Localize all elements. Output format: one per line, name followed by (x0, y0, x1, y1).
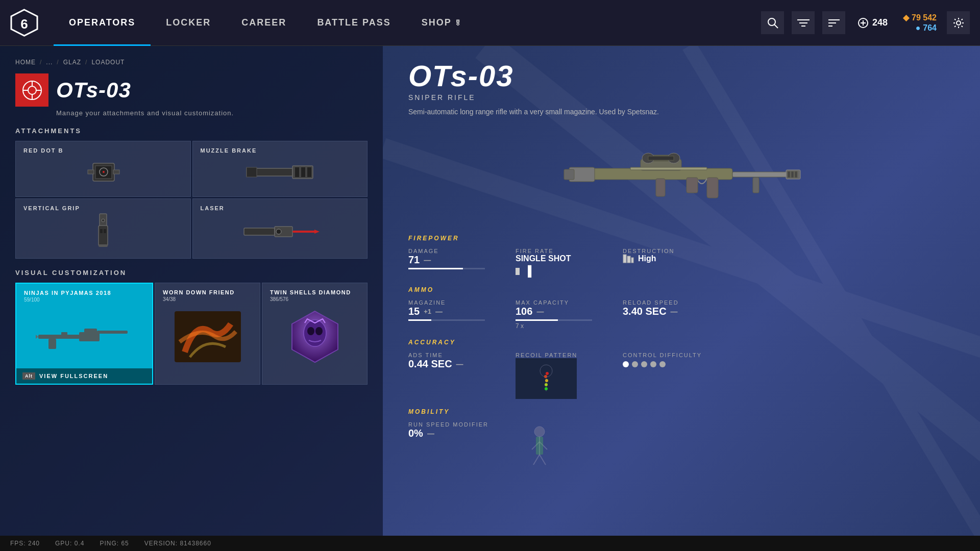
max-capacity-stat: MAX CAPACITY 106 — 7 x (516, 299, 592, 330)
svg-line-91 (540, 455, 546, 465)
svg-rect-63 (732, 172, 789, 177)
svg-rect-41 (292, 231, 315, 233)
nav-item-battlepass[interactable]: BATTLE PASS (302, 0, 406, 46)
search-button[interactable] (761, 11, 784, 34)
ads-stat: ADS TIME 0.44 SEC — (408, 352, 485, 399)
gpu-display: GPU: 0.4 (55, 540, 84, 547)
control-dot-1 (623, 361, 629, 367)
svg-rect-77 (631, 258, 633, 263)
svg-point-51 (304, 320, 326, 346)
mobility-figure-block (519, 421, 596, 475)
nav-item-locker[interactable]: LOCKER (151, 0, 226, 46)
filter-icon[interactable] (792, 11, 815, 34)
version-display: VERSION: 81438660 (144, 540, 211, 547)
svg-marker-42 (314, 230, 320, 234)
svg-rect-47 (48, 339, 56, 349)
magazine-stat: MAGAZINE 15 +1 — (408, 299, 485, 330)
svg-rect-28 (295, 167, 299, 177)
settings-button[interactable] (947, 11, 970, 34)
attachment-grip[interactable]: VERTICAL GRIP (15, 198, 191, 259)
svg-rect-73 (753, 178, 759, 193)
recoil-pattern (516, 358, 577, 399)
svg-rect-48 (61, 332, 67, 336)
svg-rect-37 (99, 244, 108, 247)
svg-rect-75 (623, 255, 626, 263)
svg-point-82 (545, 383, 548, 386)
svg-point-86 (534, 427, 545, 437)
blue-currency: ● 764 (916, 23, 937, 33)
damage-bar (408, 268, 485, 269)
svg-rect-24 (88, 170, 94, 174)
breadcrumb: HOME / ... / GLAZ / LOADOUT (15, 59, 368, 66)
svg-point-52 (307, 327, 314, 335)
weapon-icon (15, 73, 48, 107)
svg-point-85 (546, 372, 549, 375)
svg-rect-76 (627, 256, 630, 263)
firepower-row: DAMAGE 71 — FIRE RATE SINGLE SHOT (408, 248, 954, 277)
recoil-stat: RECOIL PATTERN (516, 352, 592, 399)
svg-line-3 (774, 24, 778, 28)
control-difficulty-dots (623, 361, 702, 367)
attachments-grid: RED DOT B MUZZLE BRAKE (15, 141, 368, 259)
view-fullscreen-bar[interactable]: Alt VIEW FULLSCREEN (16, 368, 152, 384)
gold-currency: ◆ 79 542 (903, 13, 937, 22)
svg-point-33 (102, 219, 105, 222)
nav-right-controls: 248 ◆ 79 542 ● 764 (761, 11, 970, 34)
attachment-red-dot[interactable]: RED DOT B (15, 141, 191, 197)
svg-rect-31 (247, 167, 257, 177)
sort-icon[interactable] (822, 11, 845, 34)
svg-point-13 (957, 21, 961, 25)
svg-rect-66 (791, 171, 794, 178)
svg-rect-65 (788, 171, 790, 178)
weapon-header: OTs-03 (15, 73, 368, 107)
svg-rect-34 (99, 226, 108, 246)
top-navigation: 6 OPERATORS LOCKER CAREER BATTLE PASS SH… (0, 0, 980, 46)
svg-rect-46 (97, 331, 128, 334)
left-panel: HOME / ... / GLAZ / LOADOUT OTs-03 Manag… (0, 46, 383, 551)
control-dot-3 (641, 361, 647, 367)
svg-rect-72 (687, 178, 698, 193)
nav-item-operators[interactable]: OPERATORS (54, 0, 151, 46)
svg-rect-70 (707, 178, 718, 198)
visual-slot-ninjas[interactable]: Ninjas in Pyjamas 2018 59/100 (15, 283, 153, 385)
visual-slot-worn[interactable]: WORN DOWN FRIEND 34/38 (155, 283, 260, 385)
control-stat: CONTROL DIFFICULTY (623, 352, 702, 399)
worn-image (163, 306, 252, 367)
mobility-row: RUN SPEED MODIFIER 0% — (408, 421, 954, 475)
fire-rate-stat: FIRE RATE SINGLE SHOT ▐ (516, 248, 592, 277)
svg-point-23 (103, 171, 105, 173)
visual-slot-twin[interactable]: TWIN SHELLS DIAMOND 386/576 (262, 283, 368, 385)
svg-point-81 (545, 387, 548, 390)
nav-item-shop[interactable]: SHOP 🎖 (406, 0, 478, 46)
red-dot-image (23, 154, 183, 190)
attachment-muzzle[interactable]: MUZZLE BRAKE (192, 141, 368, 197)
svg-rect-74 (630, 167, 707, 170)
weapon-display-title: OTs-03 (408, 61, 954, 91)
weapon-title: OTs-03 (56, 78, 131, 103)
attachments-section-title: ATTACHMENTS (15, 127, 368, 135)
svg-rect-62 (648, 156, 674, 160)
mobility-figure (519, 424, 560, 475)
ammo-row: MAGAZINE 15 +1 — MAX CAPACITY 106 — (408, 299, 954, 330)
reload-stat: RELOAD SPEED 3.40 SEC — (623, 299, 699, 330)
svg-point-15 (28, 86, 36, 94)
control-dot-2 (632, 361, 638, 367)
weapon-subtitle: Manage your attachments and visual custo… (56, 109, 368, 117)
accuracy-row: ADS TIME 0.44 SEC — RECOIL PATTERN (408, 352, 954, 399)
nav-item-career[interactable]: CAREER (226, 0, 302, 46)
stats-panel: FIREPOWER DAMAGE 71 — FIRE RATE SINGLE S… (408, 235, 954, 475)
svg-rect-35 (100, 229, 103, 233)
fps-display: FPS: 240 (10, 540, 40, 547)
attachment-laser[interactable]: LASER (192, 198, 368, 259)
svg-rect-69 (564, 169, 574, 180)
game-logo[interactable]: 6 (10, 9, 38, 37)
visual-section-title: VISUAL CUSTOMIZATION (15, 269, 368, 277)
run-speed-stat: RUN SPEED MODIFIER 0% — (408, 421, 488, 475)
svg-point-53 (315, 327, 323, 335)
svg-point-2 (768, 18, 775, 26)
svg-rect-30 (307, 167, 311, 177)
max-cap-extra: 7 x (516, 322, 592, 330)
muzzle-image (201, 154, 360, 190)
svg-rect-36 (104, 229, 106, 233)
max-capacity-bar (516, 319, 592, 321)
